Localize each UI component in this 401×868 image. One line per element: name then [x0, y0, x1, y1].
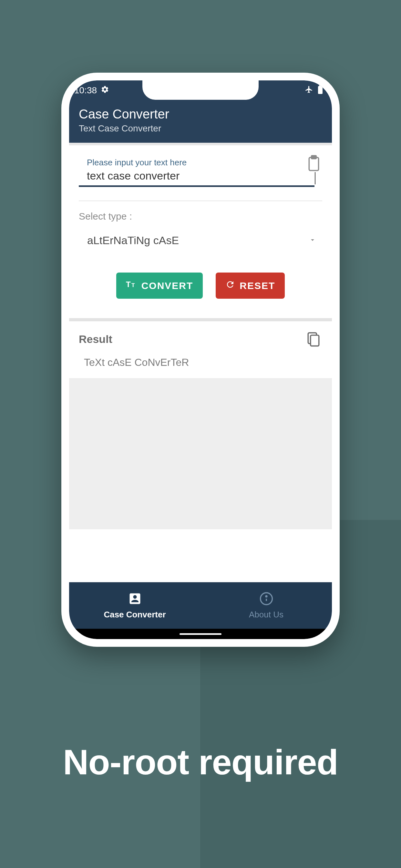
text-cursor: [315, 172, 315, 184]
svg-text:T: T: [131, 282, 135, 288]
svg-point-9: [266, 595, 267, 597]
select-label: Select type :: [79, 211, 322, 222]
refresh-icon: [225, 280, 235, 291]
status-right: [305, 85, 323, 96]
select-section: Select type : aLtErNaTiNg cAsE: [69, 201, 332, 254]
app-subtitle: Text Case Converter: [79, 123, 322, 134]
gear-icon: [101, 85, 109, 96]
input-label: Please input your text here: [79, 158, 322, 167]
type-dropdown[interactable]: aLtErNaTiNg cAsE: [79, 233, 322, 248]
svg-rect-0: [318, 86, 322, 94]
battery-icon: [318, 85, 323, 96]
result-section: Result TeXt cAsE CoNvErTeR: [69, 321, 332, 378]
svg-rect-3: [312, 156, 316, 159]
copy-icon[interactable]: [306, 331, 321, 349]
account-box-icon: [128, 592, 142, 607]
home-indicator[interactable]: [180, 633, 221, 635]
nav-case-converter[interactable]: Case Converter: [69, 582, 201, 629]
nav-label: About Us: [249, 610, 283, 620]
section-divider: [69, 318, 332, 321]
info-icon: [259, 592, 274, 607]
bottom-nav: Case Converter About Us: [69, 582, 332, 629]
button-row: T T CONVERT RESET: [69, 254, 332, 318]
svg-rect-2: [309, 158, 318, 170]
input-section: Please input your text here: [69, 145, 332, 196]
convert-button[interactable]: T T CONVERT: [116, 273, 203, 299]
svg-rect-6: [311, 335, 319, 346]
text-input[interactable]: [79, 168, 314, 187]
clipboard-icon[interactable]: [307, 155, 321, 173]
text-input-wrapper: [79, 168, 322, 187]
system-nav-bar: [69, 629, 332, 639]
svg-rect-1: [319, 85, 321, 87]
convert-label: CONVERT: [142, 280, 193, 291]
chevron-down-icon: [309, 236, 316, 245]
phone-frame: 10:38 Case Converter Text Case Converter: [61, 73, 340, 647]
reset-button[interactable]: RESET: [216, 273, 285, 299]
app-title: Case Converter: [79, 107, 322, 121]
nav-label: Case Converter: [104, 610, 166, 620]
airplane-icon: [305, 85, 313, 96]
status-left: 10:38: [74, 85, 109, 96]
app-header: Case Converter Text Case Converter: [69, 100, 332, 143]
phone-notch: [143, 81, 258, 100]
result-area: [69, 378, 332, 529]
status-time: 10:38: [74, 85, 97, 96]
svg-text:T: T: [126, 280, 131, 289]
reset-label: RESET: [240, 280, 275, 291]
text-case-icon: T T: [126, 280, 137, 291]
header-divider: [69, 143, 332, 145]
phone-screen: 10:38 Case Converter Text Case Converter: [69, 81, 332, 639]
promo-tagline: No-root required: [0, 741, 401, 782]
dropdown-value: aLtErNaTiNg cAsE: [87, 234, 179, 247]
nav-about-us[interactable]: About Us: [201, 582, 332, 629]
result-label: Result: [79, 333, 322, 345]
result-text: TeXt cAsE CoNvErTeR: [79, 345, 322, 372]
